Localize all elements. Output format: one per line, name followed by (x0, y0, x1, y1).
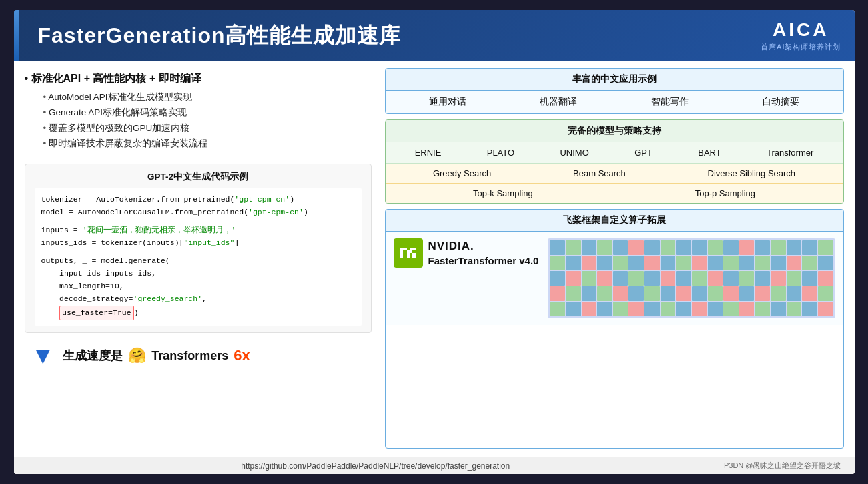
model-6: Transformer (767, 148, 813, 158)
example-2: 机器翻译 (540, 96, 577, 108)
dc-cell (644, 286, 660, 301)
speed-multiplier: 6x (234, 347, 250, 365)
transformer-diagram (548, 238, 835, 318)
custom-box: 飞桨框架自定义算子拓展 NVIDIA. FasterTransformer v4 (385, 209, 844, 449)
code-line-6: input_ids=inputs_ids, (41, 268, 355, 280)
code-line-8: decode_strategy='greedy_search', (41, 293, 355, 306)
dc-cell (582, 256, 597, 270)
sub-bullet-1: AutoModel API标准化生成模型实现 (43, 90, 372, 105)
dc-cell (739, 240, 755, 255)
dc-cell (613, 286, 628, 301)
example-3: 智能写作 (651, 96, 689, 108)
dc-cell (628, 271, 644, 286)
code-section: GPT-2中文生成代码示例 tokenizer = AutoTokenizer.… (25, 164, 372, 334)
dc-cell (613, 240, 628, 255)
nvidia-wordmark: NVIDIA. (428, 240, 539, 253)
dc-cell (597, 271, 612, 286)
dc-cell (755, 271, 770, 286)
dc-cell (550, 302, 565, 316)
code-spacer2 (41, 250, 355, 255)
dc-cell (755, 286, 770, 301)
code-spacer (41, 219, 355, 224)
code-text: outputs, _ = model.generate( (41, 256, 170, 265)
code-line-3: inputs = '花间一壶酒，独酌无相亲，举杯邀明月，' (41, 224, 355, 237)
dc-cell (676, 240, 691, 255)
strategy-header: 完备的模型与策略支持 (386, 120, 843, 142)
dc-cell (692, 286, 707, 301)
example-1: 通用对话 (429, 96, 466, 108)
code-text: ) (134, 308, 139, 317)
code-text: max_length=10, (41, 282, 124, 290)
slide-header: FasterGeneration高性能生成加速库 AICA 首席AI架构师培养计… (14, 10, 855, 61)
strategies-row1: Greedy Search Beam Search Diverse Siblin… (386, 164, 843, 184)
aica-main-text: AICA (773, 19, 829, 41)
code-text: inputs = (41, 226, 83, 234)
dc-cell (787, 271, 802, 286)
code-block: tokenizer = AutoTokenizer.from_pretraine… (35, 188, 362, 326)
dc-cell (802, 286, 817, 301)
dc-cell (818, 256, 833, 270)
dc-cell (661, 302, 676, 316)
dc-cell (755, 256, 770, 270)
dc-cell (613, 271, 628, 286)
dc-cell (661, 271, 676, 286)
dc-cell (818, 240, 833, 255)
dc-cell (661, 240, 676, 255)
speed-text: 生成速度是 🤗 Transformers 6x (63, 347, 250, 365)
dc-cell (661, 286, 676, 301)
sub-bullet-3: 覆盖多模型的极致的GPU加速内核 (43, 121, 372, 136)
sub-bullet-4: 即时编译技术屏蔽复杂的编译安装流程 (43, 136, 372, 152)
dc-cell (787, 240, 802, 255)
dc-cell (676, 286, 691, 301)
dc-cell (644, 256, 660, 270)
main-bullet: 标准化API + 高性能内核 + 即时编译 (25, 72, 372, 86)
bullet-section: 标准化API + 高性能内核 + 即时编译 AutoModel API标准化生成… (25, 68, 372, 156)
strategy-diverse: Diverse Sibling Search (708, 168, 796, 178)
code-line-2: model = AutoModelForCausalLM.from_pretra… (41, 206, 355, 219)
strategy-box: 完备的模型与策略支持 ERNIE PLATO UNIMO GPT BART Tr… (385, 119, 844, 204)
dc-cell (597, 302, 612, 316)
strategy-beam: Beam Search (573, 168, 626, 178)
code-string-3: '花间一壶酒，独酌无相亲，举杯邀明月，' (83, 226, 236, 234)
dc-cell (628, 302, 644, 316)
dc-cell (818, 286, 833, 301)
dc-cell (566, 256, 581, 270)
code-line-9: use_faster=True) (41, 306, 355, 321)
strategies-row2: Top-k Sampling Top-p Sampling (386, 184, 843, 203)
dc-cell (708, 302, 723, 316)
dc-cell (802, 271, 817, 286)
dc-cell (787, 302, 802, 316)
strategy-greedy: Greedy Search (433, 168, 491, 178)
code-title: GPT-2中文生成代码示例 (35, 171, 362, 183)
slide: FasterGeneration高性能生成加速库 AICA 首席AI架构师培养计… (14, 10, 855, 474)
nvidia-logo-area: NVIDIA. FasterTransformer v4.0 (394, 238, 539, 268)
footer-credit: P3DN @愚昧之山绝望之谷开悟之坡 (724, 461, 841, 471)
code-string: 'gpt-cpm-cn' (234, 195, 290, 204)
model-2: PLATO (487, 148, 514, 158)
dc-cell (818, 271, 833, 286)
code-line-7: max_length=10, (41, 280, 355, 293)
dc-cell (566, 271, 581, 286)
slide-title: FasterGeneration高性能生成加速库 (27, 21, 402, 51)
dc-cell (582, 286, 597, 301)
aica-subtitle-text: 首席AI架构师培养计划 (761, 42, 841, 52)
dc-cell (676, 271, 691, 286)
nvidia-logo-icon (394, 238, 423, 268)
code-text: ) (304, 208, 308, 216)
dc-cell (708, 286, 723, 301)
dc-cell (692, 240, 707, 255)
model-3: UNIMO (560, 148, 588, 158)
dc-cell (692, 302, 707, 316)
dc-cell (566, 302, 581, 316)
footer-url: https://github.com/PaddlePaddle/PaddleNL… (27, 461, 724, 471)
code-string-4: "input_ids" (183, 238, 234, 247)
model-1: ERNIE (415, 148, 442, 158)
dc-cell (802, 256, 817, 270)
dc-cell (723, 302, 739, 316)
dc-cell (644, 302, 660, 316)
dc-cell (739, 256, 755, 270)
code-text: input_ids=inputs_ids, (41, 269, 157, 278)
right-panel: 丰富的中文应用示例 通用对话 机器翻译 智能写作 自动摘要 完备的模型与策略支持… (385, 68, 844, 449)
code-text: ] (234, 238, 239, 247)
example-4: 自动摘要 (762, 96, 799, 108)
